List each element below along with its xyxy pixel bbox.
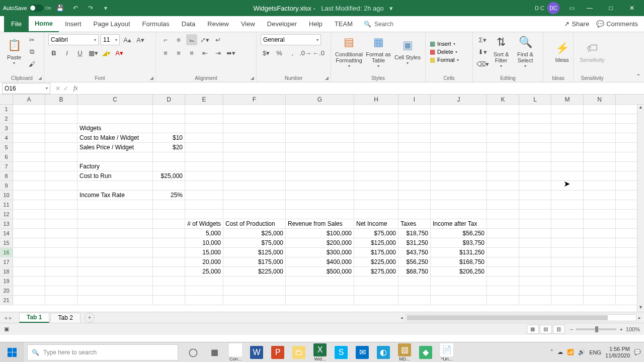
cell-N9[interactable] [584, 181, 616, 190]
cell-F20[interactable] [223, 286, 286, 295]
cell-E19[interactable] [185, 277, 223, 286]
cell-L20[interactable] [519, 286, 551, 295]
sheet-nav-first-icon[interactable]: ◂ [4, 314, 7, 321]
tab-page-layout[interactable]: Page Layout [88, 16, 136, 32]
column-header-N[interactable]: N [584, 95, 616, 104]
orientation-icon[interactable]: ⤢▾ [199, 34, 210, 45]
cell-A17[interactable] [13, 257, 45, 266]
cell-M12[interactable] [551, 210, 584, 219]
tray-cloud-icon[interactable]: ☁ [557, 349, 563, 355]
start-button[interactable] [0, 342, 24, 363]
cell-J6[interactable] [431, 152, 487, 161]
cell-J4[interactable] [431, 133, 487, 142]
cell-D14[interactable] [153, 229, 185, 238]
cell-B13[interactable] [45, 219, 77, 228]
tab-data[interactable]: Data [176, 16, 201, 32]
cell-G2[interactable] [286, 114, 354, 123]
row-header-4[interactable]: 4 [0, 133, 13, 142]
cell-K3[interactable] [487, 124, 519, 133]
cell-J20[interactable] [431, 286, 487, 295]
number-format-dropdown[interactable]: General▾ [261, 34, 321, 45]
cell-H17[interactable]: $225,000 [354, 257, 398, 266]
cell-F19[interactable] [223, 277, 286, 286]
cell-G12[interactable] [286, 210, 354, 219]
cell-K10[interactable] [487, 191, 519, 200]
enter-formula-icon[interactable]: ✓ [63, 85, 68, 92]
cell-L13[interactable] [519, 219, 551, 228]
cell-H13[interactable]: Net Income [354, 219, 398, 228]
cell-C15[interactable] [77, 238, 153, 247]
taskbar-word-icon[interactable]: W [247, 342, 267, 363]
cell-L14[interactable] [519, 229, 551, 238]
save-icon[interactable]: 💾 [54, 2, 66, 14]
formula-input[interactable] [80, 83, 644, 94]
cell-D7[interactable] [153, 162, 185, 171]
cell-H11[interactable] [354, 200, 398, 209]
cell-N18[interactable] [584, 267, 616, 276]
row-header-5[interactable]: 5 [0, 143, 13, 152]
spreadsheet-grid[interactable]: ABCDEFGHIJKLMN 123Widgets4Cost to Make /… [0, 95, 644, 312]
borders-icon[interactable]: ▦▾ [88, 47, 99, 58]
cell-I8[interactable] [398, 171, 431, 180]
cell-I19[interactable] [398, 277, 431, 286]
cell-J15[interactable]: $93,750 [431, 238, 487, 247]
cell-I3[interactable] [398, 124, 431, 133]
cell-styles-button[interactable]: ▣Cell Styles▾ [394, 34, 421, 69]
cell-B6[interactable] [45, 152, 77, 161]
cell-D8[interactable]: $25,000 [153, 171, 185, 180]
close-button[interactable]: ✕ [623, 0, 641, 16]
cell-L5[interactable] [519, 143, 551, 152]
cell-H16[interactable]: $175,000 [354, 248, 398, 257]
cell-E13[interactable]: # of Widgets [185, 219, 223, 228]
delete-cells-button[interactable]: Delete [437, 49, 453, 55]
cell-D1[interactable] [153, 105, 185, 114]
cell-H7[interactable] [354, 162, 398, 171]
notifications-icon[interactable]: 💬 [634, 349, 641, 355]
cell-F15[interactable]: $75,000 [223, 238, 286, 247]
cell-B2[interactable] [45, 114, 77, 123]
cell-M7[interactable] [551, 162, 584, 171]
format-as-table-button[interactable]: ▦Format as Table▾ [365, 34, 392, 69]
underline-icon[interactable]: U [74, 47, 86, 58]
cell-A8[interactable] [13, 171, 45, 180]
cell-G5[interactable] [286, 143, 354, 152]
cell-N14[interactable] [584, 229, 616, 238]
cell-G11[interactable] [286, 200, 354, 209]
row-header-9[interactable]: 9 [0, 181, 13, 190]
scroll-up-icon[interactable]: ▲ [637, 105, 644, 112]
cell-E10[interactable] [185, 191, 223, 200]
taskbar-app-icon[interactable]: ▧MD... [394, 342, 415, 363]
cell-M5[interactable] [551, 143, 584, 152]
cell-M20[interactable] [551, 286, 584, 295]
cell-H9[interactable] [354, 181, 398, 190]
column-header-L[interactable]: L [519, 95, 551, 104]
cell-K11[interactable] [487, 200, 519, 209]
select-all-corner[interactable] [0, 95, 13, 104]
cell-N16[interactable] [584, 248, 616, 257]
row-header-6[interactable]: 6 [0, 152, 13, 161]
cell-B15[interactable] [45, 238, 77, 247]
cell-I11[interactable] [398, 200, 431, 209]
cell-L7[interactable] [519, 162, 551, 171]
cell-E21[interactable] [185, 296, 223, 305]
cell-A13[interactable] [13, 219, 45, 228]
cell-K1[interactable] [487, 105, 519, 114]
cell-C20[interactable] [77, 286, 153, 295]
cell-M2[interactable] [551, 114, 584, 123]
cell-D5[interactable]: $20 [153, 143, 185, 152]
cell-G18[interactable]: $500,000 [286, 267, 354, 276]
cancel-formula-icon[interactable]: ✕ [55, 85, 60, 92]
qat-customize-icon[interactable]: ▾ [100, 2, 112, 14]
cell-H20[interactable] [354, 286, 398, 295]
cell-M21[interactable] [551, 296, 584, 305]
cell-D11[interactable] [153, 200, 185, 209]
cell-A3[interactable] [13, 124, 45, 133]
cell-C21[interactable] [77, 296, 153, 305]
cell-C4[interactable]: Cost to Make / Widget [77, 133, 153, 142]
cell-M4[interactable] [551, 133, 584, 142]
sheet-nav-last-icon[interactable]: ▸ [9, 314, 12, 321]
cell-E18[interactable]: 25,000 [185, 267, 223, 276]
cell-D16[interactable] [153, 248, 185, 257]
taskbar-edge-icon[interactable]: ◐ [373, 342, 393, 363]
font-color-icon[interactable]: A▾ [114, 47, 125, 58]
